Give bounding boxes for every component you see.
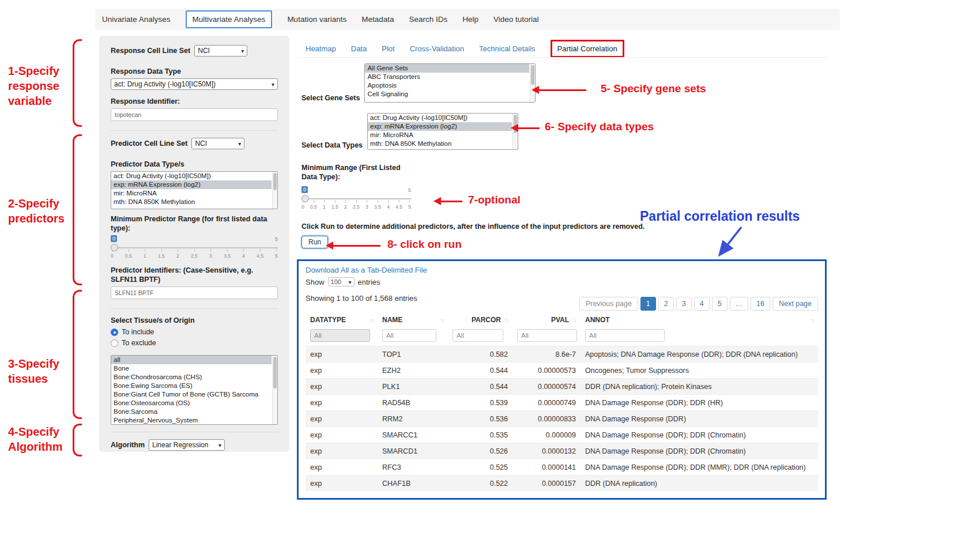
- data-type-option[interactable]: act: Drug Activity (-log10[IC50M]): [368, 114, 512, 122]
- show-entries-row: Show 100 entries: [306, 277, 818, 286]
- tissue-option[interactable]: Bone:Chondrosarcoma (CHS): [111, 373, 272, 382]
- sort-icon[interactable]: [572, 316, 576, 324]
- gene-set-option[interactable]: Cell Signaling: [365, 90, 529, 99]
- slider-tick-label: 2.5: [191, 253, 198, 259]
- data-type-option[interactable]: mir: MicroRNA: [368, 131, 512, 139]
- filter-input-name[interactable]: [382, 329, 436, 342]
- cell-pval: 0.00000573: [512, 363, 581, 378]
- tissue-option[interactable]: Peripheral_Nervous_System: [111, 416, 272, 425]
- slider-handle[interactable]: [301, 195, 309, 202]
- cell-annot: DDR (DNA replication); Protein Kinases: [581, 379, 818, 394]
- predictor-data-types-listbox: act: Drug Activity (-log10[IC50M])exp: m…: [111, 171, 278, 209]
- radio-to-include[interactable]: [111, 329, 118, 336]
- cell-annot: DNA Damage Response (DDR); DDR (Chromati…: [581, 427, 818, 443]
- predictor-cell-line-set-select[interactable]: NCI: [191, 138, 244, 149]
- tab-data[interactable]: Data: [351, 44, 367, 53]
- response-data-type-select[interactable]: act: Drug Activity (-log10[IC50M]): [111, 78, 278, 90]
- column-header-parcor[interactable]: PARCOR: [448, 311, 512, 329]
- response-cell-line-set-label: Response Cell Line Set: [111, 46, 190, 55]
- tissue-option[interactable]: Bone:Osteosarcoma (OS): [111, 399, 272, 407]
- scrollbar[interactable]: [530, 64, 535, 102]
- scrollbar-thumb[interactable]: [273, 173, 277, 190]
- download-link[interactable]: Download All as a Tab-Delimited File: [306, 266, 427, 274]
- radio-row-to-exclude[interactable]: To exclude: [111, 339, 278, 347]
- slider-tick: [161, 249, 162, 252]
- min-predictor-range-label: Minimum Predictor Range (for first liste…: [111, 214, 278, 233]
- sort-icon[interactable]: [440, 316, 443, 324]
- gene-set-option[interactable]: ABC Transporters: [365, 73, 529, 81]
- slider-handle[interactable]: [111, 244, 118, 251]
- predictor-data-type-option[interactable]: mir: MicroRNA: [111, 189, 272, 198]
- nav-item-video-tutorial[interactable]: Video tutorial: [493, 15, 539, 24]
- cell-annot: Apoptosis; DNA Damage Response (DDR); DD…: [581, 346, 818, 362]
- tab-technical-details[interactable]: Technical Details: [479, 44, 536, 53]
- response-identifier-input[interactable]: [111, 108, 278, 121]
- predictor-data-type-option[interactable]: exp: mRNA Expression (log2): [111, 180, 272, 189]
- show-entries-select[interactable]: 100: [328, 277, 355, 286]
- cell-name: RFC3: [378, 459, 448, 475]
- tab-heatmap[interactable]: Heatmap: [306, 44, 336, 53]
- sort-icon[interactable]: [810, 316, 813, 324]
- page-button-16[interactable]: 16: [751, 297, 770, 311]
- tissue-option[interactable]: Bone:Giant Cell Tumor of Bone (GCTB) Sar…: [111, 390, 272, 399]
- predictor-identifiers-input[interactable]: [111, 286, 278, 299]
- nav-item-search-ids[interactable]: Search IDs: [409, 15, 447, 24]
- bracket-step2: [73, 134, 82, 285]
- page-button-5[interactable]: 5: [712, 297, 728, 311]
- tab-plot[interactable]: Plot: [382, 44, 394, 53]
- blue-arrow: [710, 225, 748, 262]
- tab-partial-correlation[interactable]: Partial Correlation: [551, 40, 624, 58]
- column-header-pval[interactable]: PVAL: [512, 311, 581, 329]
- arrow-step6: [511, 124, 540, 132]
- predictor-data-type-option[interactable]: mth: DNA 850K Methylation: [111, 198, 272, 206]
- gene-set-option[interactable]: Apoptosis: [365, 81, 529, 90]
- data-type-option[interactable]: mth: DNA 850K Methylation: [368, 139, 512, 148]
- previous-page-button[interactable]: Previous page: [579, 297, 638, 311]
- cell-annot: DNA Damage Response (DDR): [581, 411, 818, 427]
- filter-input-parcor[interactable]: [453, 329, 503, 342]
- slider-tick: [324, 200, 325, 203]
- radio-to-exclude[interactable]: [111, 339, 118, 347]
- data-type-option[interactable]: exp: mRNA Expression (log2): [368, 122, 512, 131]
- algorithm-select[interactable]: Linear Regression: [149, 439, 225, 451]
- page-button-2[interactable]: 2: [658, 297, 674, 311]
- nav-item-multivariate-analyses[interactable]: Multivariate Analyses: [186, 10, 273, 28]
- tissue-option[interactable]: Bone: [111, 364, 272, 373]
- filter-input-pval[interactable]: [517, 329, 577, 342]
- filter-input-datatype[interactable]: [310, 329, 370, 342]
- radio-row-to-include[interactable]: To include: [111, 328, 278, 336]
- response-cell-line-set-select[interactable]: NCI: [194, 45, 247, 56]
- partial-correlation-results-panel: Download All as a Tab-Delimited File Sho…: [297, 259, 827, 500]
- column-header-name[interactable]: NAME: [378, 311, 448, 329]
- predictor-data-type-option[interactable]: act: Drug Activity (-log10[IC50M]): [111, 172, 272, 180]
- sort-icon[interactable]: [370, 316, 373, 324]
- tissue-option[interactable]: Bone:Sarcoma: [111, 407, 272, 416]
- nav-item-mutation-variants[interactable]: Mutation variants: [287, 15, 346, 24]
- scrollbar[interactable]: [272, 356, 277, 424]
- scrollbar-thumb[interactable]: [531, 65, 534, 85]
- nav-item-help[interactable]: Help: [462, 15, 478, 24]
- cell-datatype: exp: [306, 427, 378, 443]
- scrollbar[interactable]: [272, 172, 277, 209]
- next-page-button[interactable]: Next page: [772, 297, 818, 311]
- gene-set-option[interactable]: All Gene Sets: [365, 64, 529, 73]
- column-header-datatype[interactable]: DATATYPE: [306, 311, 378, 329]
- run-button[interactable]: Run: [301, 236, 328, 248]
- page-button-4[interactable]: 4: [694, 297, 710, 311]
- column-header-annot[interactable]: ANNOT: [581, 311, 818, 329]
- page-button-1[interactable]: 1: [640, 297, 656, 311]
- scrollbar-thumb[interactable]: [273, 357, 277, 388]
- filter-input-annot[interactable]: [585, 329, 665, 342]
- tissue-option[interactable]: all: [111, 356, 272, 364]
- tissue-option[interactable]: Bone:Ewing Sarcoma (ES): [111, 382, 272, 390]
- nav-item-metadata[interactable]: Metadata: [361, 15, 394, 24]
- cell-parcor: 0.535: [448, 427, 512, 443]
- slider-tick-label: 2: [344, 204, 347, 210]
- page-button-3[interactable]: 3: [676, 297, 692, 311]
- arrow-step7: [434, 197, 462, 205]
- nav-item-univariate-analyses[interactable]: Univariate Analyses: [102, 15, 171, 24]
- tab-cross-validation[interactable]: Cross-Validation: [410, 44, 464, 53]
- sort-icon[interactable]: [504, 316, 508, 324]
- predictor-cell-line-set-label: Predictor Cell Line Set: [111, 139, 187, 148]
- slider-tick-label: 5: [408, 204, 411, 210]
